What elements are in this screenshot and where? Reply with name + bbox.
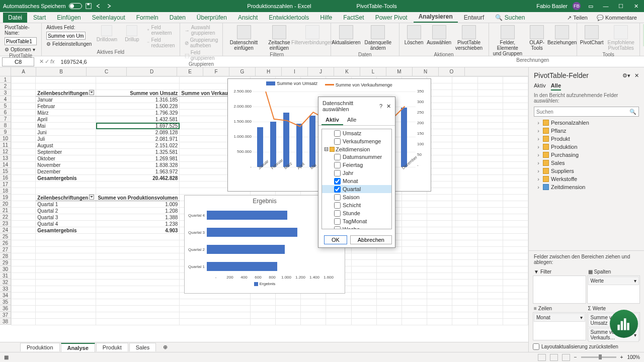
sheet-tab-produkt[interactable]: Produkt xyxy=(96,343,128,351)
tab-factset[interactable]: FactSet xyxy=(338,13,369,23)
row-header[interactable]: 3 xyxy=(0,89,11,96)
tab-hilfe[interactable]: Hilfe xyxy=(315,13,337,23)
row-header[interactable]: 18 xyxy=(0,188,11,194)
sheet-tab-analyse[interactable]: Analyse xyxy=(61,343,95,352)
row-header[interactable]: 9 xyxy=(0,129,11,135)
zoom-in-button[interactable]: + xyxy=(620,354,623,360)
tab-entwickler[interactable]: Entwicklertools xyxy=(264,13,314,23)
row-header[interactable]: 24 xyxy=(0,227,11,233)
zone-filter[interactable] xyxy=(533,276,586,304)
col-header[interactable]: G xyxy=(229,67,256,76)
datasource-button[interactable]: Datenquelle ändern xyxy=(360,24,396,52)
dialog-cancel-button[interactable]: Abbrechen xyxy=(350,235,392,244)
tab-seitenlayout[interactable]: Seitenlayout xyxy=(87,13,130,23)
field-item[interactable]: › Sales xyxy=(534,159,642,167)
timeline-button[interactable]: Zeitachse einfügen xyxy=(264,24,295,52)
maximize-icon[interactable]: ☐ xyxy=(616,1,626,11)
col-header[interactable]: F xyxy=(203,67,229,76)
row-header[interactable]: 35 xyxy=(0,299,11,305)
select-all-cell[interactable] xyxy=(0,67,11,76)
tab-daten[interactable]: Daten xyxy=(165,13,191,23)
row-header[interactable]: 13 xyxy=(0,155,11,161)
row-header[interactable]: 20 xyxy=(0,201,11,207)
row-header[interactable]: 25 xyxy=(0,233,11,240)
pt-options-button[interactable]: ⚙ Optionen ▾ xyxy=(3,46,37,53)
view-pagelayout-button[interactable] xyxy=(550,354,558,361)
dialog-help-icon[interactable]: ? xyxy=(379,103,382,109)
autosave-toggle[interactable] xyxy=(69,3,82,9)
avatar[interactable]: FB xyxy=(573,2,581,10)
row-header[interactable]: 36 xyxy=(0,305,11,312)
field-item[interactable]: › Zeitdimension xyxy=(534,183,642,191)
tab-suchen[interactable]: 🔍 Suchen xyxy=(490,13,530,23)
col-header[interactable]: I xyxy=(282,67,308,76)
col-header[interactable]: D xyxy=(127,67,177,76)
af-settings-button[interactable]: ⚙ Feldeinstellungen xyxy=(45,41,93,47)
pivotchart-button[interactable]: PivotChart xyxy=(580,24,603,46)
col-header[interactable]: J xyxy=(308,67,334,76)
row-header[interactable]: 17 xyxy=(0,181,11,188)
zoom-level[interactable]: 100% xyxy=(627,354,640,360)
dialog-close-icon[interactable]: ✕ xyxy=(386,103,391,110)
dialog-field-item[interactable]: Schicht xyxy=(322,201,391,209)
dialog-field-item[interactable]: Stunde xyxy=(322,209,391,217)
field-item[interactable]: › Werkstoffe xyxy=(534,175,642,183)
field-pane-gear-icon[interactable]: ⚙▾ xyxy=(622,72,630,79)
col-header[interactable]: K xyxy=(334,67,360,76)
zoom-out-button[interactable]: − xyxy=(574,354,577,360)
row-header[interactable]: 30 xyxy=(0,266,11,273)
formula-value[interactable]: 1697524,6 xyxy=(58,59,90,65)
tab-formeln[interactable]: Formeln xyxy=(131,13,164,23)
row-header[interactable]: 12 xyxy=(0,148,11,155)
tab-einfuegen[interactable]: Einfügen xyxy=(52,13,86,23)
select-button[interactable]: Auswählen xyxy=(428,24,451,46)
row-header[interactable]: 2 xyxy=(0,83,11,89)
field-item[interactable]: › Produktion xyxy=(534,143,642,151)
tab-entwurf[interactable]: Entwurf xyxy=(459,13,490,23)
slicer-button[interactable]: Datenschnitt einfügen xyxy=(226,24,262,52)
col-header[interactable]: O xyxy=(439,67,465,76)
row-header[interactable]: 21 xyxy=(0,207,11,214)
row-header[interactable]: 6 xyxy=(0,109,11,116)
pt-name-input[interactable] xyxy=(5,37,37,45)
row-header[interactable]: 15 xyxy=(0,168,11,174)
dialog-group[interactable]: ⊟ Zeitdimension xyxy=(322,145,391,153)
row-header[interactable]: 34 xyxy=(0,292,11,299)
row-header[interactable]: 33 xyxy=(0,286,11,292)
tab-powerpivot[interactable]: Power Pivot xyxy=(370,13,413,23)
sheet-tab-produktion[interactable]: Produktion xyxy=(20,343,60,351)
ribbon-options-icon[interactable]: ▭ xyxy=(586,1,596,11)
formula-accept-icon[interactable]: ✓ xyxy=(45,58,49,65)
olap-button[interactable]: OLAP-Tools xyxy=(525,24,548,52)
fp-tab-alle[interactable]: Alle xyxy=(551,81,561,90)
row-header[interactable]: 29 xyxy=(0,259,11,266)
dialog-field-item[interactable]: Saison xyxy=(322,193,391,201)
zone-zeilen[interactable]: Monat▾ xyxy=(533,312,586,340)
col-header[interactable]: N xyxy=(413,67,439,76)
zone-spalten-item[interactable]: Werte▾ xyxy=(588,277,639,285)
col-header[interactable]: B xyxy=(36,67,87,76)
dialog-field-list[interactable]: Umsatz Verkaufsmenge⊟ Zeitdimension Datu… xyxy=(321,129,392,229)
dialog-tab-aktiv[interactable]: Aktiv xyxy=(321,115,343,125)
dialog-ok-button[interactable]: OK xyxy=(324,235,347,244)
row-header[interactable]: 38 xyxy=(0,318,11,325)
undo-icon[interactable] xyxy=(95,3,102,10)
clear-button[interactable]: Löschen xyxy=(403,24,426,46)
col-header[interactable]: E xyxy=(177,67,203,76)
dialog-field-item[interactable]: Umsatz xyxy=(322,129,391,137)
row-header[interactable]: 1 xyxy=(0,76,11,83)
row-header[interactable]: 27 xyxy=(0,246,11,253)
row-header[interactable]: 8 xyxy=(0,122,11,129)
btn-kommentare[interactable]: 💬 Kommentare xyxy=(593,13,641,23)
row-header[interactable]: 32 xyxy=(0,279,11,286)
fp-tab-aktiv[interactable]: Aktiv xyxy=(534,81,546,90)
dialog-tab-alle[interactable]: Alle xyxy=(343,115,360,125)
redo-icon[interactable] xyxy=(105,3,112,10)
name-box[interactable] xyxy=(2,57,34,66)
col-header[interactable]: M xyxy=(386,67,413,76)
col-header[interactable]: H xyxy=(256,67,282,76)
row-header[interactable]: 5 xyxy=(0,103,11,109)
tab-ansicht[interactable]: Ansicht xyxy=(233,13,263,23)
move-button[interactable]: PivotTable verschieben xyxy=(453,24,486,52)
btn-teilen[interactable]: ↗ Teilen xyxy=(563,13,592,23)
